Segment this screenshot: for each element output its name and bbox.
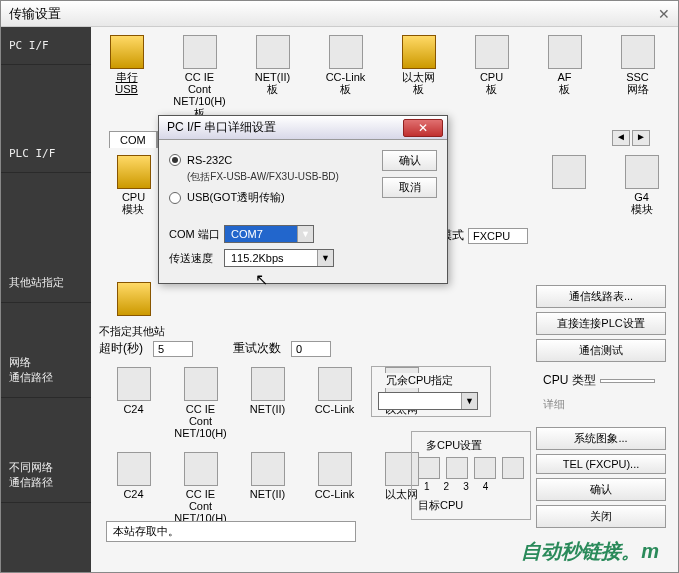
cpu-type-value[interactable] <box>600 379 655 383</box>
dialog-cancel-button[interactable]: 取消 <box>382 177 437 198</box>
icon-ccie-2[interactable]: CC IE Cont NET/10(H) <box>173 452 228 524</box>
dialog-title: PC I/F 串口详细设置 <box>167 119 276 136</box>
retry-input[interactable]: 0 <box>291 341 331 357</box>
chevron-down-icon: ▼ <box>317 250 333 266</box>
speed-label: 传送速度 <box>169 251 224 266</box>
icon-g4[interactable]: G4 模块 <box>614 155 669 215</box>
watermark: 自动秒链接。m <box>521 538 659 565</box>
icon-ssc[interactable]: SSC 网络 <box>610 35 665 119</box>
cpu-module-icon <box>117 155 151 189</box>
chevron-down-icon: ▼ <box>297 226 313 242</box>
direct-plc-button[interactable]: 直接连接PLC设置 <box>536 312 666 335</box>
redundant-cpu-group: 冗余CPU指定 ▼ <box>371 366 491 417</box>
chevron-down-icon: ▼ <box>461 393 477 409</box>
sidebar-item-network-path[interactable]: 网络 通信路径 <box>1 343 91 398</box>
netii-icon <box>256 35 290 69</box>
no-other-station-icon <box>117 282 151 316</box>
dialog-ok-button[interactable]: 确认 <box>382 150 437 171</box>
icon-no-other-station[interactable] <box>106 282 161 318</box>
multi-cpu-title: 多CPU设置 <box>422 438 486 453</box>
ethernet-icon <box>402 35 436 69</box>
sys-image-button[interactable]: 系统图象... <box>536 427 666 450</box>
redundant-cpu-title: 冗余CPU指定 <box>382 373 457 388</box>
com-port-label: COM 端口 <box>169 227 224 242</box>
main-window: 传输设置 ✕ PC I/F PLC I/F 其他站指定 网络 通信路径 不同网络… <box>0 0 679 573</box>
dialog-titlebar: PC I/F 串口详细设置 ✕ <box>159 116 447 140</box>
comm-test-button[interactable]: 通信测试 <box>536 339 666 362</box>
route-list-button[interactable]: 通信线路表... <box>536 285 666 308</box>
retry-label: 重试次数 <box>233 340 281 357</box>
g4-icon <box>625 155 659 189</box>
cclink-icon <box>329 35 363 69</box>
cpu-slot-4[interactable] <box>502 457 524 479</box>
timeout-label: 超时(秒) <box>99 340 143 357</box>
pcif-icon-row: 串行 USB CC IE Cont NET/10(H)板 NET(II) 板 C… <box>99 35 670 119</box>
icon-cclink-1[interactable]: CC-Link <box>307 367 362 439</box>
target-cpu-label: 目标CPU <box>418 498 524 513</box>
icon-ccie[interactable]: CC IE Cont NET/10(H)板 <box>172 35 227 119</box>
close-icon[interactable]: ✕ <box>658 6 670 22</box>
titlebar: 传输设置 ✕ <box>1 1 678 27</box>
af-icon <box>548 35 582 69</box>
com-port-combo[interactable]: COM7 ▼ <box>224 225 314 243</box>
timeout-input[interactable]: 5 <box>153 341 193 357</box>
cpu-mode-value[interactable]: FXCPU <box>468 228 528 244</box>
icon-serial-usb[interactable]: 串行 USB <box>99 35 154 119</box>
content-area: 串行 USB CC IE Cont NET/10(H)板 NET(II) 板 C… <box>91 27 678 572</box>
scroll-left-button[interactable]: ◄ <box>612 130 630 146</box>
sidebar: PC I/F PLC I/F 其他站指定 网络 通信路径 不同网络 通信路径 <box>1 27 91 572</box>
cpu-slot-2[interactable] <box>446 457 468 479</box>
icon-cpu[interactable]: CPU 板 <box>464 35 519 119</box>
serial-usb-icon <box>110 35 144 69</box>
ok-button[interactable]: 确认 <box>536 478 666 501</box>
icon-af[interactable]: AF 板 <box>537 35 592 119</box>
icon-netii-2[interactable]: NET(II) <box>240 452 295 524</box>
redundant-cpu-combo[interactable]: ▼ <box>378 392 478 410</box>
icon-c24-2[interactable]: C24 <box>106 452 161 524</box>
window-title: 传输设置 <box>9 5 61 23</box>
dialog-close-button[interactable]: ✕ <box>403 119 443 137</box>
multi-cpu-group: 多CPU设置 1 2 3 4 目标CPU <box>411 431 531 520</box>
ssc-icon <box>621 35 655 69</box>
sidebar-item-plcif[interactable]: PLC I/F <box>1 135 91 173</box>
status-bar: 本站存取中。 <box>106 521 356 542</box>
icon-netii[interactable]: NET(II) 板 <box>245 35 300 119</box>
no-other-station-label: 不指定其他站 <box>99 324 165 339</box>
cpu-slot-1[interactable] <box>418 457 440 479</box>
icon-empty1[interactable] <box>541 155 596 215</box>
close-button[interactable]: 关闭 <box>536 505 666 528</box>
radio-rs232c[interactable] <box>169 154 181 166</box>
tab-com[interactable]: COM <box>109 131 157 148</box>
sidebar-item-pcif[interactable]: PC I/F <box>1 27 91 65</box>
speed-combo[interactable]: 115.2Kbps ▼ <box>224 249 334 267</box>
tel-button[interactable]: TEL (FXCPU)... <box>536 454 666 474</box>
pcif-detail-dialog: PC I/F 串口详细设置 ✕ RS-232C (包括FX-USB-AW/FX3… <box>158 115 448 284</box>
cpu-type-label: CPU 类型 <box>543 372 596 389</box>
icon-cpu-module[interactable]: CPU 模块 <box>106 155 161 215</box>
radio-usb[interactable] <box>169 192 181 204</box>
icon-cclink[interactable]: CC-Link 板 <box>318 35 373 119</box>
right-button-panel: 通信线路表... 直接连接PLC设置 通信测试 <box>536 285 666 362</box>
cpu-slot-3[interactable] <box>474 457 496 479</box>
detail-label: 详细 <box>543 397 663 412</box>
icon-ethernet[interactable]: 以太网 板 <box>391 35 446 119</box>
icon-cclink-2[interactable]: CC-Link <box>307 452 362 524</box>
icon-ccie-1[interactable]: CC IE Cont NET/10(H) <box>173 367 228 439</box>
sidebar-item-diff-network[interactable]: 不同网络 通信路径 <box>1 448 91 503</box>
cpu-icon <box>475 35 509 69</box>
cursor-icon: ↖ <box>255 270 268 289</box>
icon-c24-1[interactable]: C24 <box>106 367 161 439</box>
sidebar-item-other-station[interactable]: 其他站指定 <box>1 263 91 303</box>
icon-netii-1[interactable]: NET(II) <box>240 367 295 439</box>
scroll-right-button[interactable]: ► <box>632 130 650 146</box>
ccie-icon <box>183 35 217 69</box>
